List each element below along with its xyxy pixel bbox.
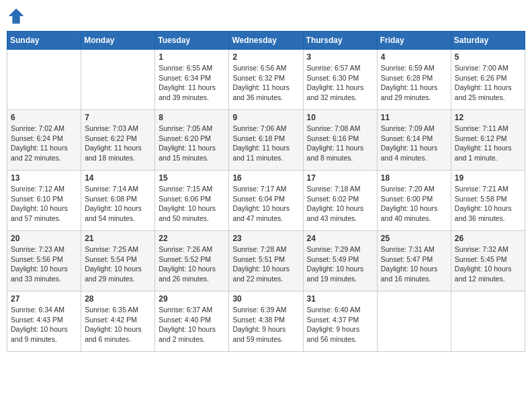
calendar-cell: 31Sunrise: 6:40 AM Sunset: 4:37 PM Dayli… — [303, 291, 377, 352]
day-info: Sunrise: 7:12 AM Sunset: 6:10 PM Dayligh… — [11, 184, 77, 224]
day-number: 24 — [307, 234, 373, 243]
calendar-week-row: 27Sunrise: 6:34 AM Sunset: 4:43 PM Dayli… — [7, 291, 525, 352]
day-info: Sunrise: 7:08 AM Sunset: 6:16 PM Dayligh… — [307, 124, 373, 163]
day-number: 5 — [455, 52, 521, 62]
calendar-cell: 2Sunrise: 6:56 AM Sunset: 6:32 PM Daylig… — [229, 50, 303, 110]
day-info: Sunrise: 7:18 AM Sunset: 6:02 PM Dayligh… — [307, 184, 373, 224]
day-info: Sunrise: 6:39 AM Sunset: 4:38 PM Dayligh… — [232, 305, 299, 345]
day-number: 29 — [159, 294, 225, 304]
calendar-week-row: 20Sunrise: 7:23 AM Sunset: 5:56 PM Dayli… — [7, 231, 525, 291]
calendar-cell: 14Sunrise: 7:14 AM Sunset: 6:08 PM Dayli… — [81, 171, 155, 231]
day-info: Sunrise: 6:37 AM Sunset: 4:40 PM Dayligh… — [159, 305, 225, 345]
calendar-cell: 9Sunrise: 7:06 AM Sunset: 6:18 PM Daylig… — [229, 110, 303, 171]
day-number: 27 — [11, 294, 77, 304]
day-info: Sunrise: 7:29 AM Sunset: 5:49 PM Dayligh… — [307, 244, 373, 284]
day-info: Sunrise: 7:15 AM Sunset: 6:06 PM Dayligh… — [159, 184, 225, 224]
column-header-saturday: Saturday — [451, 32, 525, 50]
calendar-cell: 28Sunrise: 6:35 AM Sunset: 4:42 PM Dayli… — [81, 291, 155, 352]
day-info: Sunrise: 7:25 AM Sunset: 5:54 PM Dayligh… — [85, 244, 151, 284]
day-number: 11 — [381, 113, 447, 122]
calendar-cell: 21Sunrise: 7:25 AM Sunset: 5:54 PM Dayli… — [81, 231, 155, 291]
day-number: 25 — [381, 234, 447, 243]
day-number: 18 — [381, 173, 447, 183]
day-number: 14 — [85, 173, 151, 183]
calendar-cell: 11Sunrise: 7:09 AM Sunset: 6:14 PM Dayli… — [377, 110, 451, 171]
day-number: 30 — [232, 294, 299, 304]
column-header-tuesday: Tuesday — [155, 32, 229, 50]
day-info: Sunrise: 7:09 AM Sunset: 6:14 PM Dayligh… — [381, 124, 447, 163]
calendar-cell: 18Sunrise: 7:20 AM Sunset: 6:00 PM Dayli… — [377, 171, 451, 231]
day-info: Sunrise: 7:03 AM Sunset: 6:22 PM Dayligh… — [85, 124, 151, 163]
column-header-friday: Friday — [377, 32, 451, 50]
column-header-wednesday: Wednesday — [229, 32, 303, 50]
day-info: Sunrise: 6:56 AM Sunset: 6:32 PM Dayligh… — [232, 63, 299, 103]
day-info: Sunrise: 7:32 AM Sunset: 5:45 PM Dayligh… — [455, 244, 521, 284]
day-info: Sunrise: 6:40 AM Sunset: 4:37 PM Dayligh… — [307, 305, 373, 345]
calendar-cell: 27Sunrise: 6:34 AM Sunset: 4:43 PM Dayli… — [7, 291, 81, 352]
day-number: 21 — [85, 234, 151, 243]
calendar-cell: 25Sunrise: 7:31 AM Sunset: 5:47 PM Dayli… — [377, 231, 451, 291]
calendar-cell: 12Sunrise: 7:11 AM Sunset: 6:12 PM Dayli… — [451, 110, 525, 171]
calendar-cell — [377, 291, 451, 352]
day-info: Sunrise: 7:20 AM Sunset: 6:00 PM Dayligh… — [381, 184, 447, 224]
calendar-cell: 13Sunrise: 7:12 AM Sunset: 6:10 PM Dayli… — [7, 171, 81, 231]
column-header-thursday: Thursday — [303, 32, 377, 50]
day-info: Sunrise: 7:14 AM Sunset: 6:08 PM Dayligh… — [85, 184, 151, 224]
day-number: 2 — [232, 52, 299, 62]
calendar-cell: 20Sunrise: 7:23 AM Sunset: 5:56 PM Dayli… — [7, 231, 81, 291]
calendar-week-row: 6Sunrise: 7:02 AM Sunset: 6:24 PM Daylig… — [7, 110, 525, 171]
column-header-monday: Monday — [81, 32, 155, 50]
calendar-header-row: SundayMondayTuesdayWednesdayThursdayFrid… — [7, 32, 525, 50]
day-info: Sunrise: 7:17 AM Sunset: 6:04 PM Dayligh… — [232, 184, 299, 224]
day-number: 17 — [307, 173, 373, 183]
day-number: 31 — [307, 294, 373, 304]
day-info: Sunrise: 7:26 AM Sunset: 5:52 PM Dayligh… — [159, 244, 225, 284]
calendar-cell: 1Sunrise: 6:55 AM Sunset: 6:34 PM Daylig… — [155, 50, 229, 110]
day-number: 1 — [159, 52, 225, 62]
day-number: 12 — [455, 113, 521, 122]
calendar-cell: 3Sunrise: 6:57 AM Sunset: 6:30 PM Daylig… — [303, 50, 377, 110]
calendar-cell: 4Sunrise: 6:59 AM Sunset: 6:28 PM Daylig… — [377, 50, 451, 110]
day-info: Sunrise: 7:28 AM Sunset: 5:51 PM Dayligh… — [232, 244, 299, 284]
calendar-cell: 10Sunrise: 7:08 AM Sunset: 6:16 PM Dayli… — [303, 110, 377, 171]
calendar-cell: 7Sunrise: 7:03 AM Sunset: 6:22 PM Daylig… — [81, 110, 155, 171]
day-number: 15 — [159, 173, 225, 183]
column-header-sunday: Sunday — [7, 32, 81, 50]
day-number: 26 — [455, 234, 521, 243]
day-info: Sunrise: 6:57 AM Sunset: 6:30 PM Dayligh… — [307, 63, 373, 103]
calendar-cell: 5Sunrise: 7:00 AM Sunset: 6:26 PM Daylig… — [451, 50, 525, 110]
calendar-cell: 6Sunrise: 7:02 AM Sunset: 6:24 PM Daylig… — [7, 110, 81, 171]
calendar-week-row: 13Sunrise: 7:12 AM Sunset: 6:10 PM Dayli… — [7, 171, 525, 231]
day-number: 4 — [381, 52, 447, 62]
day-number: 13 — [11, 173, 77, 183]
day-info: Sunrise: 7:23 AM Sunset: 5:56 PM Dayligh… — [11, 244, 77, 284]
day-number: 10 — [307, 113, 373, 122]
calendar-cell — [7, 50, 81, 110]
calendar-cell: 29Sunrise: 6:37 AM Sunset: 4:40 PM Dayli… — [155, 291, 229, 352]
day-info: Sunrise: 6:59 AM Sunset: 6:28 PM Dayligh… — [381, 63, 447, 103]
day-info: Sunrise: 6:34 AM Sunset: 4:43 PM Dayligh… — [11, 305, 77, 345]
page-header — [7, 7, 525, 26]
day-info: Sunrise: 6:55 AM Sunset: 6:34 PM Dayligh… — [159, 63, 225, 103]
calendar-cell — [81, 50, 155, 110]
calendar-cell: 23Sunrise: 7:28 AM Sunset: 5:51 PM Dayli… — [229, 231, 303, 291]
calendar-cell: 17Sunrise: 7:18 AM Sunset: 6:02 PM Dayli… — [303, 171, 377, 231]
day-info: Sunrise: 7:05 AM Sunset: 6:20 PM Dayligh… — [159, 124, 225, 163]
day-number: 22 — [159, 234, 225, 243]
calendar-week-row: 1Sunrise: 6:55 AM Sunset: 6:34 PM Daylig… — [7, 50, 525, 110]
day-number: 8 — [159, 113, 225, 122]
day-info: Sunrise: 7:21 AM Sunset: 5:58 PM Dayligh… — [455, 184, 521, 224]
day-number: 19 — [455, 173, 521, 183]
day-info: Sunrise: 6:35 AM Sunset: 4:42 PM Dayligh… — [85, 305, 151, 345]
day-info: Sunrise: 7:00 AM Sunset: 6:26 PM Dayligh… — [455, 63, 521, 103]
day-info: Sunrise: 7:06 AM Sunset: 6:18 PM Dayligh… — [232, 124, 299, 163]
calendar-cell: 15Sunrise: 7:15 AM Sunset: 6:06 PM Dayli… — [155, 171, 229, 231]
day-info: Sunrise: 7:02 AM Sunset: 6:24 PM Dayligh… — [11, 124, 77, 163]
day-number: 20 — [11, 234, 77, 243]
calendar-cell: 16Sunrise: 7:17 AM Sunset: 6:04 PM Dayli… — [229, 171, 303, 231]
day-number: 28 — [85, 294, 151, 304]
day-info: Sunrise: 7:31 AM Sunset: 5:47 PM Dayligh… — [381, 244, 447, 284]
logo — [7, 7, 27, 26]
calendar-cell: 26Sunrise: 7:32 AM Sunset: 5:45 PM Dayli… — [451, 231, 525, 291]
calendar-cell: 8Sunrise: 7:05 AM Sunset: 6:20 PM Daylig… — [155, 110, 229, 171]
